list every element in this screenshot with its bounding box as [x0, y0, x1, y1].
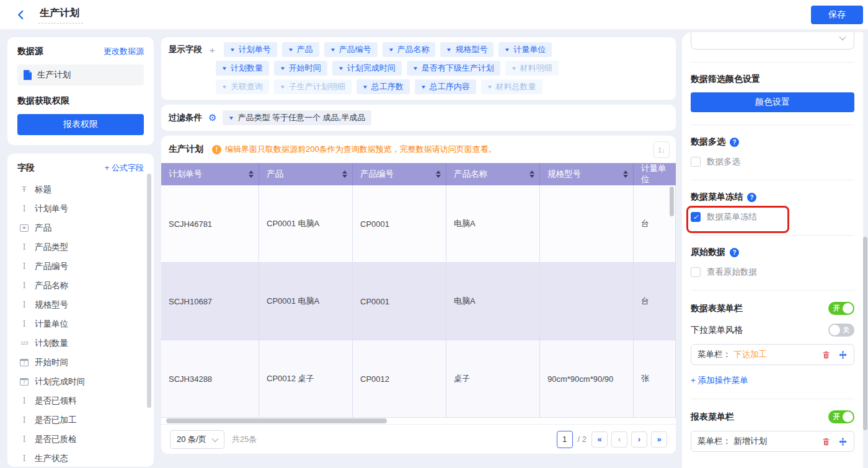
multi-select-checkbox[interactable] [691, 157, 701, 167]
dropdown-style-toggle[interactable]: 关 [828, 324, 854, 337]
field-item-unit[interactable]: 计量单位 [7, 314, 154, 333]
field-item-product-type[interactable]: 产品类型 [7, 237, 154, 257]
select-field-icon [20, 224, 29, 232]
sort-icon[interactable] [529, 170, 534, 178]
column-header-unit[interactable]: 计量单位 [634, 163, 676, 185]
chip-has-subplan[interactable]: ▼是否有下级生产计划 [407, 61, 500, 76]
chip-plan-qty[interactable]: ▼计划数量 [216, 61, 269, 76]
field-item-finish-time[interactable]: 计划完成时间 [7, 372, 154, 391]
cell [540, 263, 634, 340]
column-header-product[interactable]: 产品 [259, 163, 353, 185]
horizontal-scrollbar[interactable] [166, 418, 387, 423]
field-item-product[interactable]: 产品 [7, 218, 154, 237]
help-icon[interactable]: ? [747, 193, 756, 202]
chip-plan-no[interactable]: ▼计划单号 [224, 42, 277, 57]
field-item-start-time[interactable]: 开始时间 [7, 353, 154, 372]
move-icon[interactable] [838, 350, 848, 360]
raw-data-checkbox[interactable] [691, 267, 701, 277]
chip-unit[interactable]: ▼计量单位 [498, 42, 552, 57]
page-title[interactable]: 生产计划 [38, 6, 83, 24]
window-scrollbar[interactable] [863, 237, 867, 430]
prev-page-button[interactable]: ‹ [611, 431, 627, 448]
add-action-menu-link[interactable]: + 添加操作菜单 [691, 375, 854, 386]
chip-process-count[interactable]: ▼总工序数 [356, 79, 410, 94]
field-label: 开始时间 [35, 357, 68, 368]
raw-data-option[interactable]: 查看原始数据 [691, 267, 854, 278]
menubar-item[interactable]: 菜单栏： 下达加工 [691, 344, 854, 365]
sort-icon[interactable] [249, 170, 254, 178]
field-item-inspected[interactable]: 是否已质检 [7, 430, 154, 449]
chip-subplan-detail[interactable]: ▼子生产计划明细 [274, 79, 352, 94]
menubar-item-value[interactable]: 下达加工 [733, 349, 767, 360]
sort-icon[interactable] [623, 170, 628, 178]
color-settings-button[interactable]: 颜色设置 [691, 92, 854, 112]
field-item-product-code[interactable]: 产品编号 [7, 257, 154, 276]
menu-freeze-checkbox[interactable]: ✓ [691, 212, 701, 222]
menubar-item-value[interactable]: 新增计划 [733, 436, 767, 447]
chip-product[interactable]: ▼产品 [282, 42, 319, 57]
next-page-button[interactable]: › [631, 431, 647, 448]
report-permission-button[interactable]: 报表权限 [17, 114, 144, 135]
help-icon[interactable]: ? [730, 138, 739, 147]
fields-scrollbar[interactable] [147, 174, 151, 408]
table-row[interactable]: SCJH34288 CP0012 桌子 CP0012 桌子 90cm*90cm*… [161, 340, 676, 418]
column-header-product-code[interactable]: 产品编号 [353, 163, 446, 185]
field-label: 规格型号 [35, 299, 68, 311]
change-datasource-link[interactable]: 更改数据源 [104, 46, 144, 57]
back-button[interactable] [12, 6, 30, 24]
chip-start-time[interactable]: ▼开始时间 [274, 61, 327, 76]
first-page-button[interactable]: « [591, 431, 608, 448]
field-item-plan-qty[interactable]: 计划数量 [7, 333, 154, 353]
delete-icon[interactable] [822, 350, 831, 360]
column-header-plan-no[interactable]: 计划单号 [161, 163, 259, 185]
chip-process-content[interactable]: ▼总工序内容 [415, 79, 476, 94]
permission-heading: 数据获取权限 [17, 95, 144, 107]
delete-icon[interactable] [822, 437, 831, 446]
settings-select[interactable] [691, 32, 854, 50]
chevron-down-icon: ▼ [221, 66, 228, 71]
chip-material-detail[interactable]: ▼材料明细 [505, 61, 559, 76]
last-page-button[interactable]: » [651, 431, 667, 448]
chip-finish-time[interactable]: ▼计划完成时间 [332, 61, 402, 76]
menu-freeze-heading: 数据菜单冻结 [691, 192, 743, 203]
filter-condition-chip[interactable]: ▼产品类型 等于任意一个 成品,半成品 [223, 110, 371, 125]
add-display-field-icon[interactable]: + [210, 45, 215, 55]
table-menubar-toggle[interactable]: 开 [828, 302, 854, 315]
table-row[interactable]: SCJH46781 CP0001 电脑A CP0001 电脑A 台 [161, 185, 676, 263]
field-item-product-name[interactable]: 产品名称 [7, 276, 154, 295]
chip-product-code[interactable]: ▼产品编号 [324, 42, 378, 57]
menu-freeze-option[interactable]: ✓ 数据菜单冻结 [691, 211, 854, 223]
help-icon[interactable]: ? [730, 248, 739, 257]
document-icon [24, 70, 32, 80]
cell: 电脑A [446, 185, 540, 263]
current-page-input[interactable]: 1 [557, 431, 573, 448]
field-item-processed[interactable]: 是否已加工 [7, 410, 154, 430]
field-item-material-taken[interactable]: 是否已领料 [7, 391, 154, 410]
field-item-title[interactable]: 标题 [7, 180, 154, 199]
multi-select-option[interactable]: 数据多选 [691, 156, 854, 167]
field-item-spec[interactable]: 规格型号 [7, 295, 154, 314]
sort-icon[interactable] [436, 170, 441, 178]
gear-icon[interactable]: ⚙ [208, 112, 216, 123]
row-height-tool[interactable]: 1↓ [653, 141, 670, 158]
chevron-down-icon: ▼ [412, 66, 418, 71]
column-header-spec[interactable]: 规格型号 [540, 163, 634, 185]
menubar-item[interactable]: 菜单栏： 新增计划 [691, 431, 854, 452]
field-item-prod-status[interactable]: 生产状态 [7, 449, 154, 467]
datasource-item[interactable]: 生产计划 [17, 64, 144, 86]
report-menubar-toggle[interactable]: 开 [828, 410, 854, 423]
chip-spec[interactable]: ▼规格型号 [440, 42, 494, 57]
page-size-select[interactable]: 20 条/页 [170, 430, 224, 449]
chip-material-total[interactable]: ▼材料总数量 [481, 79, 542, 94]
table-row-highlighted[interactable]: SCJH10687 CP0001 电脑A CP0001 电脑A 台 [161, 263, 676, 340]
table-vertical-scrollbar[interactable] [670, 187, 674, 216]
save-button[interactable]: 保存 [811, 6, 863, 24]
add-formula-field-link[interactable]: + 公式字段 [105, 162, 144, 174]
move-icon[interactable] [838, 437, 848, 446]
text-field-icon [20, 397, 29, 405]
column-header-product-name[interactable]: 产品名称 [446, 163, 540, 185]
sort-icon[interactable] [342, 170, 347, 178]
chip-product-name[interactable]: ▼产品名称 [383, 42, 436, 57]
field-item-plan-no[interactable]: 计划单号 [7, 199, 154, 218]
chip-related-query[interactable]: ▼关联查询 [216, 79, 269, 94]
